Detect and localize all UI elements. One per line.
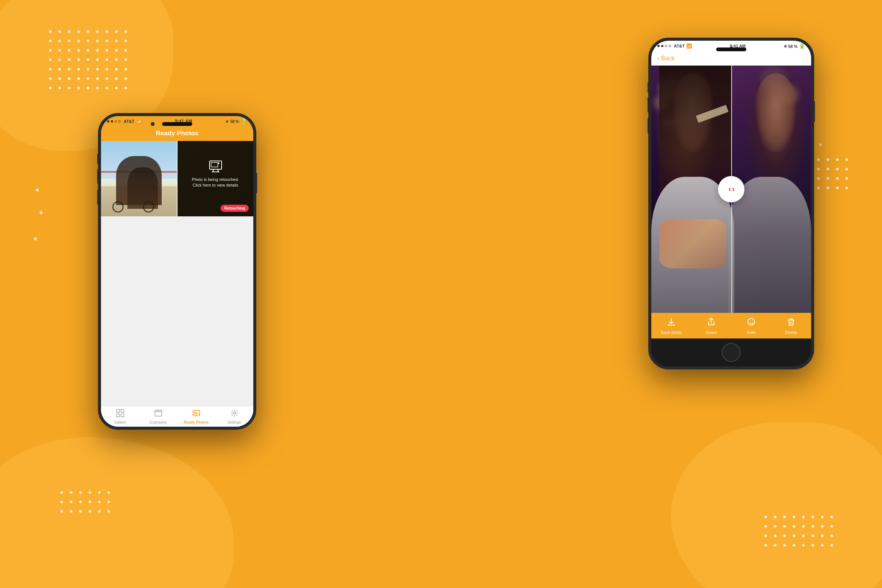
slider-handle[interactable]: ‹ › [718,176,744,202]
silent-button[interactable] [97,154,99,164]
svg-rect-7 [116,409,119,412]
settings-icon [230,409,239,419]
svg-rect-9 [116,414,119,417]
earpiece-speaker-right [716,47,746,51]
home-button[interactable] [722,343,741,362]
battery-icon-right: 🔋 [799,43,805,49]
tab-settings-label: Settings [227,420,241,424]
bluetooth-icon-right: ✳ [784,44,787,49]
tab-examples[interactable]: Examples [139,406,177,427]
back-button[interactable]: ‹ Back [657,54,675,62]
phone-left-screen: AT&T 📶 9:41 AM ✳ 58 % 🔋 Ready Photos [101,116,253,427]
rate-icon [747,317,756,329]
retouching-content: Photo is being retouched. Click here to … [184,147,247,210]
decorative-blob-bottomleft [0,437,234,588]
app-title-left: Ready Photos [156,130,198,137]
volume-down-button-r[interactable] [648,118,649,133]
save-photo-label: Save photo [661,330,682,335]
delete-button[interactable]: Delete [771,313,811,338]
silent-button-r[interactable] [648,82,649,93]
dot-scatter-3 [34,237,37,240]
phone-right: AT&T 📶 9:41 AM ✳ 58 % 🔋 ‹ Back [648,38,814,369]
rate-label: Rate [747,330,755,335]
bike-scene-image [101,141,177,216]
battery-pct-left: 58 % [230,119,239,124]
wifi-icon: 📶 [136,119,142,124]
content-area-left [101,216,253,406]
tab-gallery-label: Gallery [114,420,126,424]
phone-right-screen: AT&T 📶 9:41 AM ✳ 58 % 🔋 ‹ Back [651,41,811,366]
save-photo-icon [667,317,676,329]
photo-cell-girls-bike[interactable] [101,141,177,216]
back-navigation-bar: ‹ Back [651,51,811,66]
tab-settings[interactable]: Settings [215,406,253,427]
photo-comparison-view[interactable]: ‹ › [651,66,811,313]
back-button-label: Back [661,55,675,62]
monitor-icon [208,159,223,174]
phone-left: AT&T 📶 9:41 AM ✳ 58 % 🔋 Ready Photos [98,113,256,430]
share-label: Share [706,330,717,335]
signal-dot-r3 [665,45,667,47]
svg-point-19 [752,321,753,322]
volume-up-button-r[interactable] [648,97,649,112]
signal-dot-r4 [669,45,671,47]
examples-icon [154,409,162,419]
back-chevron-icon: ‹ [657,54,660,62]
svg-point-18 [750,321,750,322]
battery-info-left: ✳ 58 % 🔋 [225,118,247,124]
signal-dot-4 [118,120,121,122]
delete-label: Delete [785,330,797,335]
power-button-r[interactable] [813,101,815,122]
tab-examples-label: Examples [150,420,167,424]
person-silhouette-2 [127,167,158,209]
carrier-info: AT&T 📶 [107,119,142,124]
carrier-name: AT&T [124,119,135,124]
bluetooth-icon: ✳ [225,119,228,124]
svg-rect-10 [121,414,124,417]
power-button[interactable] [255,173,257,193]
home-indicator [651,338,811,366]
svg-rect-8 [121,409,124,412]
front-camera [151,122,155,126]
action-bar: Save photo Share [651,313,811,338]
ready-photos-icon [192,409,201,419]
dot-scatter-2 [40,211,43,214]
tab-gallery[interactable]: Gallery [101,406,139,427]
shirt-design [659,219,726,268]
svg-line-1 [213,169,214,172]
volume-up-button[interactable] [97,169,99,184]
save-photo-button[interactable]: Save photo [651,313,691,338]
svg-line-2 [217,169,219,172]
share-button[interactable]: Share [691,313,731,338]
svg-point-17 [748,318,755,325]
earpiece-speaker [162,122,192,126]
battery-info-right: ✳ 58 % 🔋 [784,43,805,49]
dot-scatter-4 [819,143,822,146]
signal-dot-3 [115,120,117,122]
dot-scatter-1 [36,188,39,191]
tab-ready-photos-label: Ready Photos [184,420,209,424]
dot-grid-topleft [49,30,127,89]
photo-cell-retouching[interactable]: Photo is being retouched. Click here to … [178,141,253,216]
gallery-icon [116,409,124,419]
signal-dot-r2 [661,45,663,47]
battery-pct-right: 58 % [788,44,798,49]
volume-down-button[interactable] [97,190,99,205]
decorative-blob-bottomright [671,422,882,588]
carrier-name-right: AT&T [674,44,685,48]
delete-icon [787,317,796,329]
photo-scene: ‹ › [651,66,811,313]
tab-ready-photos[interactable]: Ready Photos [177,406,215,427]
bike-wheel-2 [143,201,154,213]
signal-dot-2 [111,120,113,122]
woman-face-after [753,73,798,152]
carrier-info-right: AT&T 📶 [657,43,692,49]
svg-point-16 [233,412,236,414]
rate-button[interactable]: Rate [731,313,771,338]
tab-bar-left: Gallery Examples [101,406,253,427]
photo-grid: Photo is being retouched. Click here to … [101,141,253,216]
svg-rect-4 [211,162,218,167]
battery-icon-left: 🔋 [241,118,247,124]
bike-wheel-1 [112,201,124,213]
signal-dot-1 [107,120,109,122]
